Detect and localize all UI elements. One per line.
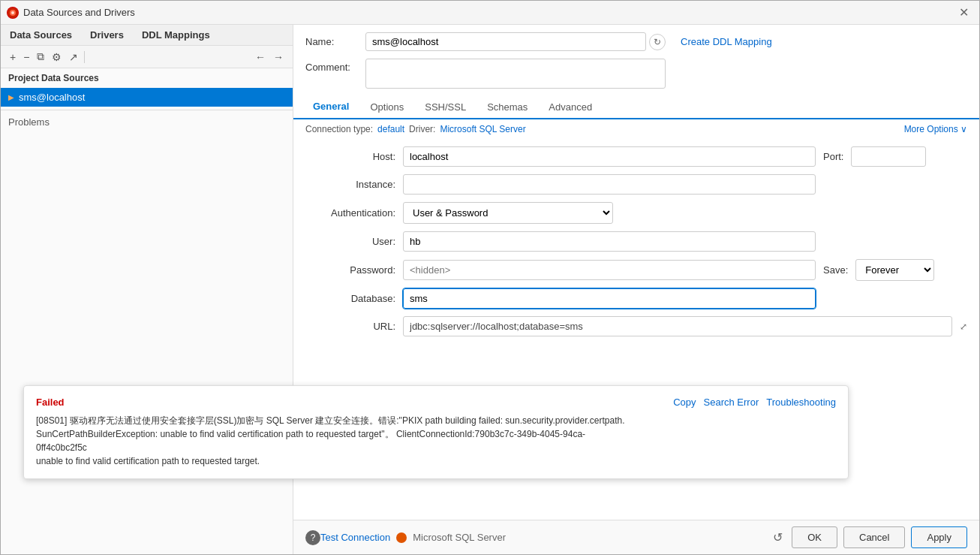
url-row: URL: ⤢ <box>305 316 967 336</box>
auth-label: Authentication: <box>305 207 395 219</box>
add-datasource-button[interactable]: + <box>7 50 19 65</box>
database-input[interactable] <box>403 288 816 309</box>
cancel-button[interactable]: Cancel <box>843 526 905 548</box>
problems-section: Problems <box>1 110 293 134</box>
tab-ddl-mappings[interactable]: DDL Mappings <box>133 25 219 45</box>
tab-ssh-ssl[interactable]: SSH/SSL <box>414 95 476 119</box>
main-window: Data Sources and Drivers ✕ Data Sources … <box>0 0 980 555</box>
host-port-row: Host: Port: <box>305 146 967 167</box>
app-icon <box>7 7 19 19</box>
test-connection-link[interactable]: Test Connection <box>320 532 390 543</box>
auth-row: Authentication: User & Password Windows … <box>305 202 967 224</box>
close-button[interactable]: ✕ <box>954 4 973 21</box>
create-ddl-link[interactable]: Create DDL Mapping <box>681 36 772 47</box>
refresh-name-button[interactable]: ↻ <box>649 34 666 50</box>
back-button[interactable]: ← <box>252 50 269 65</box>
more-options-button[interactable]: More Options ∨ <box>904 124 967 134</box>
url-input[interactable] <box>403 316 952 336</box>
title-bar: Data Sources and Drivers ✕ <box>1 1 979 25</box>
refresh-connection-button[interactable]: ↺ <box>773 530 783 544</box>
error-message: [08S01] 驱动程序无法通过使用安全套接字层(SSL)加密与 SQL Ser… <box>36 414 836 468</box>
right-panel: Name: ↻ Create DDL Mapping Comment: Gene… <box>293 25 979 554</box>
connection-type-label: Connection type: <box>305 124 373 134</box>
tab-options[interactable]: Options <box>359 95 414 119</box>
password-input[interactable] <box>403 260 816 280</box>
user-input[interactable] <box>403 231 816 252</box>
error-links: Copy Search Error Troubleshooting <box>673 397 836 408</box>
toolbar-separator <box>84 51 85 63</box>
export-button[interactable]: ↗ <box>66 50 81 65</box>
error-popup-header: Failed Copy Search Error Troubleshooting <box>36 397 836 408</box>
window-title: Data Sources and Drivers <box>23 7 135 18</box>
user-label: User: <box>305 236 395 247</box>
troubleshooting-link[interactable]: Troubleshooting <box>766 397 836 408</box>
title-bar-left: Data Sources and Drivers <box>7 7 135 19</box>
copy-error-link[interactable]: Copy <box>673 397 696 408</box>
name-label: Name: <box>305 36 358 47</box>
name-row: Name: ↻ Create DDL Mapping <box>293 25 979 56</box>
tab-drivers[interactable]: Drivers <box>81 25 133 45</box>
password-label: Password: <box>305 264 395 276</box>
database-row: Database: <box>305 288 967 309</box>
tab-schemas[interactable]: Schemas <box>476 95 538 119</box>
left-toolbar: + − ⧉ ⚙ ↗ ← → <box>1 46 293 68</box>
settings-button[interactable]: ⚙ <box>49 50 65 65</box>
save-label: Save: <box>823 264 848 276</box>
problems-label: Problems <box>8 116 50 128</box>
name-input-wrap: ↻ <box>365 32 666 51</box>
nav-tabs: Data Sources Drivers DDL Mappings <box>1 25 293 46</box>
instance-label: Instance: <box>305 179 395 190</box>
toolbar-nav: ← → <box>252 50 287 65</box>
apply-button[interactable]: Apply <box>911 526 967 548</box>
url-label: URL: <box>305 321 395 332</box>
instance-input[interactable] <box>403 174 816 195</box>
comment-row: Comment: <box>293 56 979 95</box>
error-popup: Failed Copy Search Error Troubleshooting… <box>23 385 849 479</box>
connection-type-value[interactable]: default <box>377 124 404 134</box>
url-expand-button[interactable]: ⤢ <box>960 321 967 332</box>
test-driver-label: Microsoft SQL Server <box>413 532 506 543</box>
test-status-icon <box>396 532 407 543</box>
driver-label: Driver: <box>409 124 435 134</box>
tab-general[interactable]: General <box>302 95 359 119</box>
svg-point-2 <box>11 11 14 14</box>
error-line4: unable to find valid certification path … <box>36 454 836 468</box>
instance-row: Instance: <box>305 174 967 195</box>
tab-advanced[interactable]: Advanced <box>538 95 603 119</box>
action-buttons: OK Cancel Apply <box>792 526 967 548</box>
error-failed-label: Failed <box>36 397 65 408</box>
password-row: Password: Save: Forever Until restart Ne… <box>305 259 967 281</box>
comment-label: Comment: <box>305 62 358 73</box>
error-line1: [08S01] 驱动程序无法通过使用安全套接字层(SSL)加密与 SQL Ser… <box>36 414 836 427</box>
database-label: Database: <box>305 293 395 304</box>
save-select[interactable]: Forever Until restart Never <box>855 259 934 281</box>
footer-left: ? <box>305 530 320 545</box>
search-error-link[interactable]: Search Error <box>704 397 759 408</box>
host-label: Host: <box>305 151 395 162</box>
bottom-bar: ? Test Connection Microsoft SQL Server ↺… <box>293 520 979 554</box>
test-connection-area: Test Connection Microsoft SQL Server ↺ <box>320 530 783 544</box>
main-content: Data Sources Drivers DDL Mappings + − ⧉ … <box>1 25 979 554</box>
settings-tabs: General Options SSH/SSL Schemas Advanced <box>293 95 979 119</box>
project-data-sources-header: Project Data Sources <box>1 68 293 88</box>
datasource-item-label: sms@localhost <box>19 92 85 103</box>
auth-select[interactable]: User & Password Windows Credentials No a… <box>403 202 613 224</box>
error-line3: 0ff4c0bc2f5c <box>36 441 836 454</box>
user-row: User: <box>305 231 967 252</box>
forward-button[interactable]: → <box>270 50 287 65</box>
name-input[interactable] <box>365 32 646 51</box>
driver-value[interactable]: Microsoft SQL Server <box>440 124 525 134</box>
connection-info-bar: Connection type: default Driver: Microso… <box>293 119 979 139</box>
host-input[interactable] <box>403 146 816 167</box>
port-label: Port: <box>823 151 843 162</box>
port-input[interactable] <box>851 146 926 167</box>
error-line2: SunCertPathBuilderException: unable to f… <box>36 427 836 441</box>
help-icon[interactable]: ? <box>305 530 320 545</box>
tab-data-sources[interactable]: Data Sources <box>1 25 81 45</box>
comment-input[interactable] <box>365 59 666 89</box>
ok-button[interactable]: OK <box>792 526 837 548</box>
datasource-arrow-icon: ▶ <box>8 93 14 101</box>
remove-datasource-button[interactable]: − <box>20 50 32 65</box>
datasource-item-sms[interactable]: ▶ sms@localhost <box>1 88 293 107</box>
copy-datasource-button[interactable]: ⧉ <box>34 49 47 65</box>
